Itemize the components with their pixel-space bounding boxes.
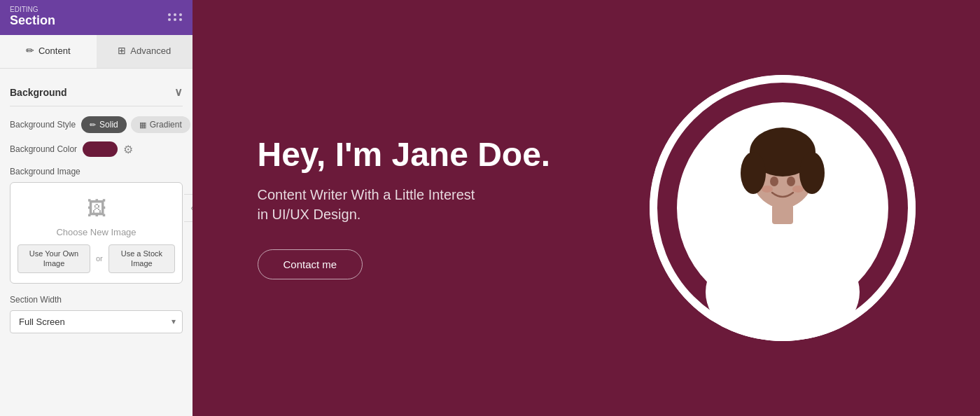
- tab-advanced[interactable]: ⊞ Advanced: [97, 35, 193, 68]
- collapse-icon: ‹: [191, 203, 193, 213]
- color-settings-icon[interactable]: ⚙: [123, 143, 133, 156]
- use-own-image-button[interactable]: Use Your Own Image: [18, 244, 90, 273]
- chevron-down-icon: ∨: [174, 85, 183, 99]
- background-image-section: Background Image 🖼 Choose New Image Use …: [10, 167, 183, 284]
- solid-style-button[interactable]: ✏ Solid: [81, 116, 127, 133]
- background-label: Background: [10, 87, 67, 98]
- editing-label: EDITING: [10, 6, 55, 13]
- gradient-icon: ▦: [139, 120, 146, 130]
- sidebar: EDITING Section ✏ Content ⊞ Advanced Bac…: [0, 0, 192, 416]
- svg-point-13: [792, 186, 804, 193]
- image-action-buttons: Use Your Own Image or Use a Stock Image: [18, 244, 175, 273]
- sidebar-header: EDITING Section: [0, 0, 192, 35]
- section-width-label: Section Width: [10, 295, 183, 305]
- svg-point-11: [787, 176, 795, 186]
- section-width-select-wrapper: Full Screen Boxed Custom ▾: [10, 310, 183, 333]
- background-accordion: Background ∨ Background Style ✏ Solid ▦ …: [10, 78, 183, 284]
- svg-rect-6: [772, 204, 793, 224]
- pencil-icon: ✏: [26, 45, 34, 56]
- tab-content[interactable]: ✏ Content: [0, 35, 97, 68]
- color-swatch[interactable]: [83, 141, 118, 157]
- svg-point-10: [770, 176, 778, 186]
- image-upload-area[interactable]: 🖼 Choose New Image Use Your Own Image or…: [10, 182, 183, 284]
- hero-image-container: [650, 75, 916, 341]
- sidebar-content: Background ∨ Background Style ✏ Solid ▦ …: [0, 69, 192, 343]
- contact-me-button[interactable]: Contact me: [258, 249, 363, 279]
- section-info: EDITING Section: [10, 6, 55, 28]
- image-placeholder-icon: 🖼: [87, 197, 106, 220]
- hero-section: Hey, I'm Jane Doe. Content Writer With a…: [202, 75, 972, 341]
- choose-new-image-label: Choose New Image: [56, 227, 136, 237]
- hero-title: Hey, I'm Jane Doe.: [258, 137, 622, 174]
- use-stock-image-button[interactable]: Use a Stock Image: [108, 244, 175, 273]
- solid-label: Solid: [99, 120, 118, 130]
- main-content-area: Hey, I'm Jane Doe. Content Writer With a…: [192, 0, 980, 416]
- background-style-label: Background Style: [10, 120, 76, 130]
- background-color-label: Background Color: [10, 144, 77, 154]
- hero-subtitle: Content Writer With a Little Interestin …: [258, 185, 622, 224]
- tab-content-label: Content: [38, 46, 71, 56]
- tab-advanced-label: Advanced: [130, 46, 171, 56]
- brush-icon: ✏: [90, 120, 96, 130]
- gradient-style-button[interactable]: ▦ Gradient: [131, 116, 190, 133]
- grid-icon: ⊞: [118, 45, 126, 56]
- section-title: Section: [10, 13, 55, 27]
- gradient-label: Gradient: [150, 120, 182, 130]
- svg-point-12: [762, 186, 773, 193]
- hero-image-svg: [650, 75, 916, 341]
- background-image-label: Background Image: [10, 167, 183, 176]
- background-style-row: Background Style ✏ Solid ▦ Gradient: [10, 116, 183, 133]
- hero-text: Hey, I'm Jane Doe. Content Writer With a…: [258, 137, 622, 279]
- or-separator: or: [96, 254, 103, 263]
- section-width-select[interactable]: Full Screen Boxed Custom: [10, 310, 183, 333]
- sidebar-collapse-handle[interactable]: ‹: [184, 194, 192, 222]
- style-button-group: ✏ Solid ▦ Gradient: [81, 116, 190, 133]
- background-color-row: Background Color ⚙: [10, 141, 183, 157]
- background-accordion-header[interactable]: Background ∨: [10, 78, 183, 106]
- section-width-section: Section Width Full Screen Boxed Custom ▾: [10, 295, 183, 333]
- svg-point-4: [741, 152, 766, 194]
- drag-handle[interactable]: [168, 13, 183, 21]
- svg-point-5: [799, 152, 825, 194]
- tab-bar: ✏ Content ⊞ Advanced: [0, 35, 192, 69]
